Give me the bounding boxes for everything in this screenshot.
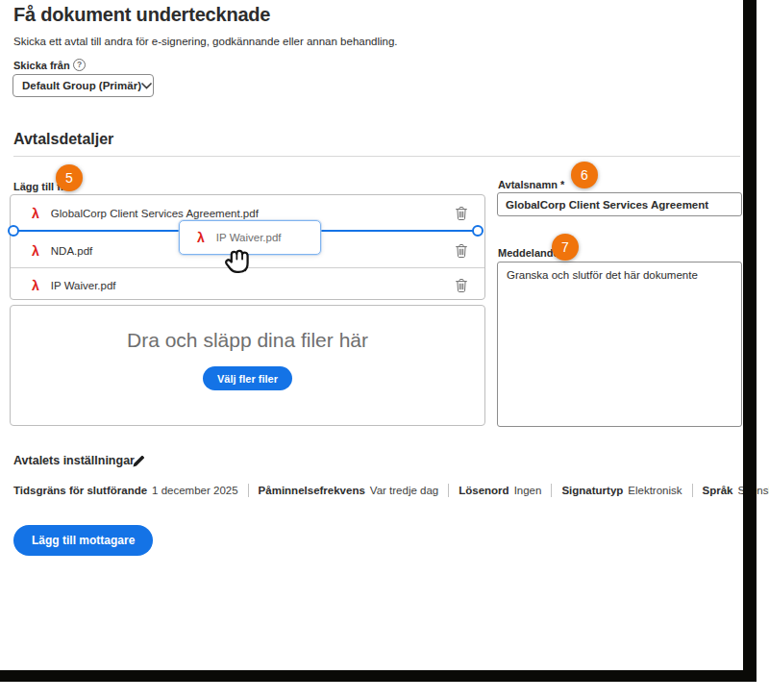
- send-from-label: Skicka från: [13, 60, 70, 71]
- separator: [448, 484, 449, 497]
- page-subtitle: Skicka ett avtal till andra för e-signer…: [13, 36, 398, 47]
- drop-indicator-dot-left: [8, 225, 19, 237]
- pdf-file-icon: λ: [32, 244, 39, 258]
- file-name: GlobalCorp Client Services Agreement.pdf: [51, 208, 454, 219]
- pencil-icon: [132, 454, 146, 468]
- separator: [551, 484, 552, 497]
- delete-file-button[interactable]: [454, 206, 469, 222]
- page: Få dokument undertecknade Skicka ett avt…: [0, 0, 769, 700]
- screenshot-frame-bottom: [0, 670, 757, 682]
- choose-more-files-button[interactable]: Välj fler filer: [203, 366, 292, 390]
- pdf-file-icon: λ: [197, 231, 205, 244]
- delete-file-button[interactable]: [454, 243, 469, 260]
- drag-hand-cursor-icon: [215, 238, 261, 284]
- help-question-icon[interactable]: ?: [73, 59, 86, 71]
- setting-language: Språk Svenska: [703, 485, 769, 496]
- drop-indicator-dot-right: [472, 225, 484, 237]
- trash-icon: [455, 243, 468, 259]
- add-recipient-button[interactable]: Lägg till mottagare: [13, 525, 153, 556]
- step-badge-7: 7: [552, 234, 579, 261]
- setting-deadline: Tidsgräns för slutförande 1 december 202…: [13, 485, 238, 496]
- send-from-group-dropdown[interactable]: Default Group (Primär): [12, 74, 154, 97]
- dropdown-selected-value: Default Group (Primär): [22, 80, 141, 91]
- separator: [248, 484, 249, 497]
- agreement-name-input[interactable]: [497, 192, 742, 216]
- message-label: Meddelande: [498, 247, 559, 259]
- setting-signature-type: Signaturtyp Elektronisk: [561, 485, 682, 496]
- pdf-file-icon: λ: [32, 279, 39, 292]
- trash-icon: [455, 206, 468, 221]
- agreement-name-label: Avtalsnamn *: [498, 179, 564, 190]
- agreement-details-heading: Avtalsdetaljer: [13, 131, 113, 148]
- file-dropzone[interactable]: Dra och släpp dina filer här Välj fler f…: [10, 305, 485, 426]
- section-divider: [13, 156, 740, 157]
- agreement-settings-heading: Avtalets inställningar: [13, 454, 135, 467]
- step-badge-5: 5: [56, 164, 83, 191]
- screenshot-frame-right: [743, 0, 757, 682]
- setting-reminder: Påminnelsefrekvens Var tredje dag: [259, 485, 439, 496]
- separator: [692, 484, 693, 497]
- delete-file-button[interactable]: [454, 277, 469, 293]
- trash-icon: [455, 278, 468, 293]
- page-title: Få dokument undertecknade: [13, 4, 270, 26]
- edit-settings-button[interactable]: [131, 454, 146, 469]
- pdf-file-icon: λ: [32, 207, 39, 220]
- chevron-down-icon: [141, 83, 152, 89]
- dropzone-text: Dra och släpp dina filer här: [127, 329, 368, 352]
- settings-summary: Tidsgräns för slutförande 1 december 202…: [13, 484, 769, 497]
- step-badge-6: 6: [571, 162, 598, 188]
- setting-password: Lösenord Ingen: [459, 485, 541, 496]
- message-textarea[interactable]: [497, 262, 742, 427]
